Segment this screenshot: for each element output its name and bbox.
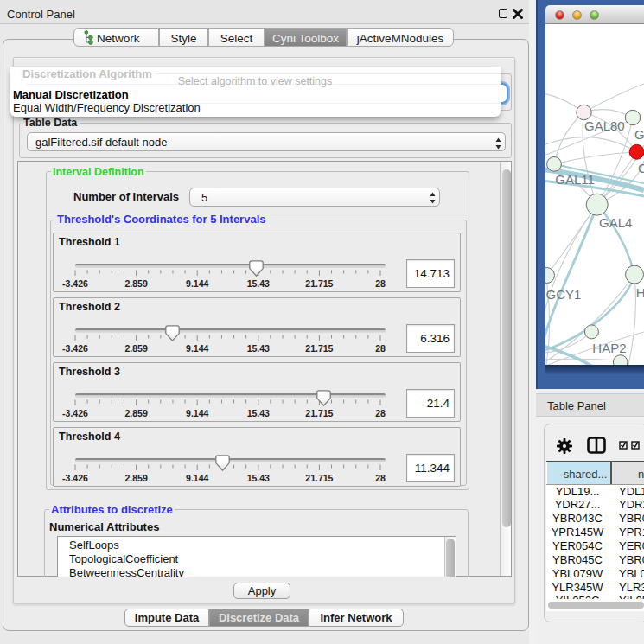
svg-text:HAP2: HAP2 — [592, 341, 626, 355]
svg-text:H: H — [636, 285, 644, 300]
svg-text:GCY1: GCY1 — [546, 287, 582, 302]
svg-text:GAL11: GAL11 — [555, 172, 595, 187]
svg-text:GAL4: GAL4 — [599, 215, 632, 230]
svg-text:C: C — [638, 161, 644, 175]
svg-text:GAL80: GAL80 — [584, 118, 625, 133]
svg-text:GA: GA — [634, 127, 644, 142]
